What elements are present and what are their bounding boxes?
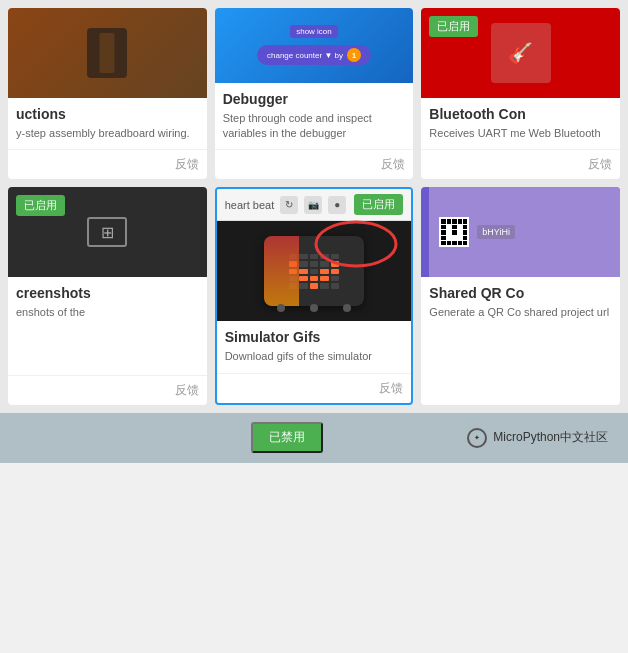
card-title-qr: Shared QR Co — [429, 285, 612, 301]
qr-badge: bHYiHi — [477, 225, 515, 239]
camera-icon[interactable]: 📷 — [304, 196, 322, 214]
refresh-icon[interactable]: ↻ — [280, 196, 298, 214]
disabled-button[interactable]: 已禁用 — [251, 422, 323, 453]
card-simulator-gifs: heart beat ↻ 📷 ● 已启用 — [215, 187, 414, 404]
card-body-simulator: Simulator Gifs Download gifs of the simu… — [217, 321, 412, 372]
card-bluetooth: 已启用 🎸 Bluetooth Con Receives UART me Web… — [421, 8, 620, 179]
card-desc-simulator: Download gifs of the simulator — [225, 349, 404, 364]
card-title-instructions: uctions — [16, 106, 199, 122]
counter-block: change counter ▼ by 1 — [257, 45, 371, 65]
card-desc-screenshots: enshots of the — [16, 305, 199, 320]
card-body-debugger: Debugger Step through code and inspect v… — [215, 83, 414, 150]
counter-badge: 1 — [347, 48, 361, 62]
header-actions: ↻ 📷 ● 已启用 — [280, 194, 403, 215]
card-body-instructions: uctions y-step assembly breadboard wirin… — [8, 98, 207, 149]
microbit-color-strip — [264, 236, 299, 306]
top-row: uctions y-step assembly breadboard wirin… — [0, 0, 628, 187]
show-icon-block: show icon — [290, 25, 338, 38]
card-image-instructions — [8, 8, 207, 98]
screenshot-frame-icon: ⊞ — [87, 217, 127, 247]
card-image-debugger: show icon change counter ▼ by 1 — [215, 8, 414, 83]
card-desc-bluetooth: Receives UART me Web Bluetooth — [429, 126, 612, 141]
card-body-screenshots: creenshots enshots of the — [8, 277, 207, 374]
bottom-row: 已启用 ⊞ creenshots enshots of the 反馈 — [0, 187, 628, 412]
card-body-qr: Shared QR Co Generate a QR Co shared pro… — [421, 277, 620, 404]
card-footer-instructions: 反馈 — [8, 149, 207, 179]
card-screenshots: 已启用 ⊞ creenshots enshots of the 反馈 — [8, 187, 207, 404]
simulator-enabled-badge[interactable]: 已启用 — [354, 194, 403, 215]
header-icons-group: ↻ 📷 ● — [280, 196, 346, 214]
card-title-screenshots: creenshots — [16, 285, 199, 301]
card-body-bluetooth: Bluetooth Con Receives UART me Web Bluet… — [421, 98, 620, 149]
card-highlighted-header: heart beat ↻ 📷 ● 已启用 — [217, 189, 412, 221]
card-desc-instructions: y-step assembly breadboard wiring. — [16, 126, 199, 141]
stop-icon[interactable]: ● — [328, 196, 346, 214]
bottom-bar: 已禁用 ✦ MicroPython中文社区 — [0, 413, 628, 463]
community-icon: ✦ — [467, 428, 487, 448]
card-instructions: uctions y-step assembly breadboard wirin… — [8, 8, 207, 179]
card-debugger: show icon change counter ▼ by 1 Debugger… — [215, 8, 414, 179]
card-desc-qr: Generate a QR Co shared project url — [429, 305, 612, 320]
card-qr: bHYiHi Shared QR Co Generate a QR Co sha… — [421, 187, 620, 404]
card-footer-debugger: 反馈 — [215, 149, 414, 179]
card-title-debugger: Debugger — [223, 91, 406, 107]
card-footer-simulator: 反馈 — [217, 373, 412, 403]
community-label: MicroPython中文社区 — [493, 429, 608, 446]
microbit-connectors — [264, 304, 364, 312]
microbit-board — [264, 236, 364, 306]
screenshots-enabled-badge[interactable]: 已启用 — [16, 195, 65, 216]
card-footer-bluetooth: 反馈 — [421, 149, 620, 179]
community-link[interactable]: ✦ MicroPython中文社区 — [467, 428, 608, 448]
qr-code-preview — [439, 217, 469, 247]
card-title-simulator: Simulator Gifs — [225, 329, 404, 345]
bluetooth-enabled-badge[interactable]: 已启用 — [429, 16, 478, 37]
card-title-bluetooth: Bluetooth Con — [429, 106, 612, 122]
microbit-display — [217, 221, 412, 321]
card-footer-screenshots: 反馈 — [8, 375, 207, 405]
heart-beat-label: heart beat — [225, 199, 275, 211]
card-desc-debugger: Step through code and inspect variables … — [223, 111, 406, 142]
card-image-qr: bHYiHi — [421, 187, 620, 277]
